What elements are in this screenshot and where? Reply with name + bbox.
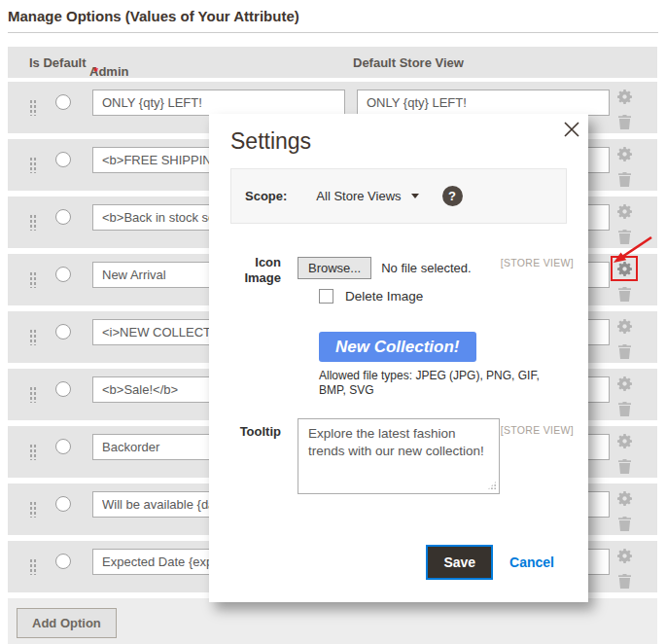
row-settings-gear-icon[interactable]	[613, 545, 636, 566]
drag-handle-icon[interactable]	[29, 157, 37, 173]
scope-bar: Scope: All Store Views ?	[230, 168, 567, 224]
scope-label: Scope:	[245, 189, 287, 203]
tooltip-label: Tooltip	[230, 424, 281, 440]
drag-handle-icon[interactable]	[29, 214, 37, 231]
add-option-button[interactable]: Add Option	[17, 608, 117, 638]
browse-button[interactable]: Browse...	[298, 257, 371, 279]
row-delete-trash-icon[interactable]	[613, 114, 636, 130]
help-icon[interactable]: ?	[442, 186, 463, 206]
admin-value-input[interactable]	[92, 89, 345, 116]
save-button[interactable]: Save	[426, 545, 493, 580]
row-delete-trash-icon[interactable]	[613, 573, 636, 590]
drag-handle-icon[interactable]	[29, 558, 37, 575]
scope-dropdown[interactable]: All Store Views	[316, 189, 418, 203]
is-default-radio[interactable]	[55, 209, 71, 225]
tooltip-field-row: Tooltip Explore the latest fashion trend…	[230, 418, 574, 506]
row-delete-trash-icon[interactable]	[613, 458, 636, 475]
store-view-scope-note: [STORE VIEW]	[501, 257, 574, 268]
required-asterisk: *	[93, 64, 98, 79]
close-icon[interactable]	[562, 120, 581, 139]
allowed-file-types-note: Allowed file types: JPEG (JPG), PNG, GIF…	[319, 369, 552, 398]
store-view-scope-note: [STORE VIEW]	[501, 424, 574, 436]
row-delete-trash-icon[interactable]	[613, 286, 636, 303]
row-delete-trash-icon[interactable]	[613, 401, 636, 417]
table-footer: Add Option	[8, 598, 657, 644]
settings-modal: Settings Scope: All Store Views ? Icon I…	[209, 114, 588, 602]
scope-selected-value: All Store Views	[316, 189, 401, 203]
cancel-link[interactable]: Cancel	[509, 555, 554, 570]
icon-image-label: Icon Image	[230, 255, 281, 286]
drag-handle-icon[interactable]	[29, 271, 37, 288]
delete-image-checkbox-row[interactable]: Delete Image	[319, 289, 423, 304]
row-settings-gear-icon[interactable]	[613, 373, 636, 394]
row-delete-trash-icon[interactable]	[613, 343, 636, 360]
row-settings-gear-icon[interactable]	[613, 86, 636, 107]
modal-title: Settings	[230, 128, 311, 155]
row-settings-gear-icon[interactable]	[613, 143, 636, 164]
row-delete-trash-icon[interactable]	[613, 171, 636, 188]
tooltip-textarea[interactable]: Explore the latest fashion trends with o…	[298, 418, 500, 494]
drag-handle-icon[interactable]	[29, 501, 37, 518]
icon-image-preview: New Collection!	[319, 332, 476, 362]
row-delete-trash-icon[interactable]	[613, 516, 636, 532]
drag-handle-icon[interactable]	[29, 99, 37, 116]
row-settings-gear-icon[interactable]	[613, 258, 636, 279]
drag-handle-icon[interactable]	[29, 329, 37, 345]
is-default-radio[interactable]	[55, 152, 71, 167]
row-settings-gear-icon[interactable]	[613, 200, 636, 222]
is-default-radio[interactable]	[55, 554, 71, 569]
drag-handle-icon[interactable]	[29, 386, 37, 403]
store-value-input[interactable]	[357, 89, 610, 116]
row-settings-gear-icon[interactable]	[613, 430, 636, 451]
is-default-radio[interactable]	[55, 94, 71, 110]
column-header-is-default: Is Default	[29, 55, 87, 70]
row-delete-trash-icon[interactable]	[613, 229, 636, 245]
is-default-radio[interactable]	[55, 439, 71, 454]
delete-image-label: Delete Image	[345, 289, 423, 304]
is-default-radio[interactable]	[55, 267, 71, 282]
table-header-row: Is Default Admin* Default Store View	[8, 47, 657, 78]
is-default-radio[interactable]	[55, 324, 71, 340]
row-settings-gear-icon[interactable]	[613, 315, 636, 337]
drag-handle-icon[interactable]	[29, 444, 37, 460]
no-file-text: No file selected.	[381, 261, 472, 275]
page-title: Manage Options (Values of Your Attribute…	[8, 8, 299, 24]
column-header-default-store-view: Default Store View	[353, 55, 464, 70]
is-default-radio[interactable]	[55, 496, 71, 512]
row-settings-gear-icon[interactable]	[613, 487, 636, 509]
is-default-radio[interactable]	[55, 381, 71, 397]
header-divider	[8, 32, 658, 33]
chevron-down-icon	[411, 194, 419, 198]
delete-image-checkbox[interactable]	[319, 289, 333, 304]
